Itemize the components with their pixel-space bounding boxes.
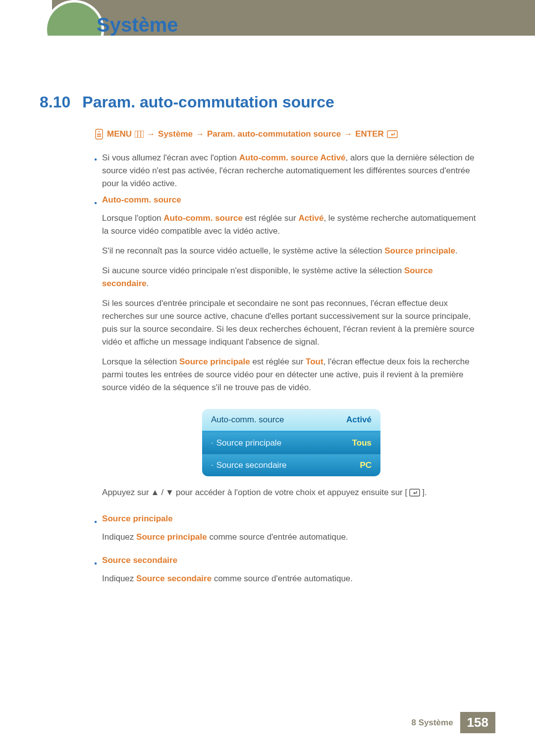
osd-row-auto-comm: Auto-comm. source Activé [202, 409, 380, 432]
bullet-icon: ● [94, 514, 97, 551]
source-secondaire-text: Indiquez Source secondaire comme source … [102, 572, 481, 585]
text: Indiquez [102, 574, 136, 583]
svg-rect-4 [97, 134, 101, 135]
section-heading: 8.10 Param. auto-commutation source [40, 93, 334, 111]
auto-comm-p2: S'il ne reconnaît pas la source vidéo ac… [102, 245, 481, 257]
text: est réglée sur [250, 357, 306, 366]
auto-comm-p3: Si aucune source vidéo principale n'est … [102, 264, 481, 290]
source-secondaire-heading: Source secondaire [102, 555, 481, 565]
source-principale-text: Indiquez Source principale comme source … [102, 531, 481, 544]
text: Lorsque l'option [102, 213, 163, 223]
chapter-title: Système [97, 14, 178, 36]
source-principale-bullet: ● Source principale Indiquez Source prin… [94, 514, 481, 551]
intro-text: Si vous allumez l'écran avec l'option Au… [102, 151, 481, 190]
osd-row-source-secondaire: ·Source secondaire PC [202, 454, 380, 476]
enter-icon [409, 489, 420, 497]
highlight: Source principale [384, 246, 455, 255]
footer-page-number: 158 [460, 712, 495, 733]
source-secondaire-bullet: ● Source secondaire Indiquez Source seco… [94, 555, 481, 592]
chapter-badge [45, 0, 104, 59]
osd-label: ·Source secondaire [211, 460, 287, 470]
intro-bullet: ● Si vous allumez l'écran avec l'option … [94, 151, 481, 190]
svg-rect-9 [387, 131, 397, 138]
text: . [147, 279, 149, 288]
breadcrumb-systeme: Système [158, 129, 193, 139]
text: Si aucune source vidéo principale n'est … [102, 266, 404, 275]
arrow-icon: → [344, 129, 352, 139]
highlight: Source secondaire [136, 574, 212, 583]
bullet-icon: ● [94, 555, 97, 592]
auto-comm-bullet: ● Auto-comm. source Lorsque l'option Aut… [94, 195, 481, 509]
arrow-icon: → [147, 129, 155, 139]
svg-point-1 [47, 2, 102, 57]
text: Lorsque la sélection [102, 357, 179, 366]
enter-icon [387, 130, 398, 138]
highlight: Source principale [136, 532, 207, 542]
auto-comm-p4: Si les sources d'entrée principale et se… [102, 297, 481, 349]
osd-row-source-principale: ·Source principale Tous [202, 432, 380, 454]
highlight: Activé [298, 213, 323, 223]
auto-comm-p5: Lorsque la sélection Source principale e… [102, 355, 481, 394]
breadcrumb: MENU → Système → Param. auto-commutation… [94, 129, 481, 140]
menu-grid-icon [135, 131, 144, 138]
breadcrumb-enter: ENTER [355, 129, 384, 139]
text: comme source d'entrée automatique. [212, 574, 353, 583]
svg-rect-5 [97, 136, 101, 137]
svg-rect-6 [135, 131, 144, 138]
svg-point-3 [99, 131, 100, 133]
osd-label: ·Source principale [211, 438, 281, 448]
text: comme source d'entrée automatique. [207, 532, 348, 542]
auto-comm-p1: Lorsque l'option Auto-comm. source est r… [102, 212, 481, 238]
text: S'il ne reconnaît pas la source vidéo ac… [102, 246, 384, 255]
text: Source secondaire [216, 460, 287, 470]
text: Source principale [216, 438, 281, 448]
highlight: Auto-comm. source [163, 213, 243, 223]
text: Si vous allumez l'écran avec l'option [102, 153, 239, 162]
footer: 8 Système 158 [411, 712, 495, 733]
text: pour accéder à l'option de votre choix e… [176, 486, 407, 499]
text: est réglée sur [243, 213, 298, 223]
breadcrumb-menu: MENU [107, 129, 132, 139]
osd-menu: Auto-comm. source Activé ·Source princip… [202, 409, 380, 476]
breadcrumb-param: Param. auto-commutation source [207, 129, 341, 139]
dot-icon: · [211, 438, 214, 448]
bullet-icon: ● [94, 151, 97, 190]
bullet-icon: ● [94, 195, 97, 509]
dot-icon: · [211, 460, 214, 470]
text: Indiquez [102, 532, 136, 542]
source-principale-heading: Source principale [102, 514, 481, 524]
text: . [455, 246, 458, 255]
osd-label: Auto-comm. source [211, 415, 284, 425]
text: ]. [422, 486, 427, 499]
page: Système 8.10 Param. auto-commutation sou… [0, 0, 535, 756]
osd-value: PC [360, 460, 372, 470]
highlight: Source principale [179, 357, 250, 366]
osd-value: Activé [346, 415, 372, 425]
nav-instruction: Appuyez sur ▲/▼ pour accéder à l'option … [102, 486, 481, 499]
arrow-icon: → [196, 129, 204, 139]
remote-icon [94, 129, 104, 140]
highlight: Tout [306, 357, 323, 366]
footer-chapter-label: 8 Système [411, 718, 453, 728]
triangle-up-icon: ▲ [151, 486, 160, 499]
auto-comm-heading: Auto-comm. source [102, 195, 481, 205]
text: Appuyez sur [102, 486, 149, 499]
section-title: Param. auto-commutation source [82, 93, 334, 111]
content: MENU → Système → Param. auto-commutation… [94, 129, 481, 597]
triangle-down-icon: ▼ [165, 486, 174, 499]
highlight: Auto-comm. source Activé [239, 153, 346, 162]
osd-value: Tous [352, 438, 372, 448]
svg-rect-10 [410, 489, 420, 496]
section-number: 8.10 [40, 93, 70, 111]
text: / [161, 486, 163, 499]
